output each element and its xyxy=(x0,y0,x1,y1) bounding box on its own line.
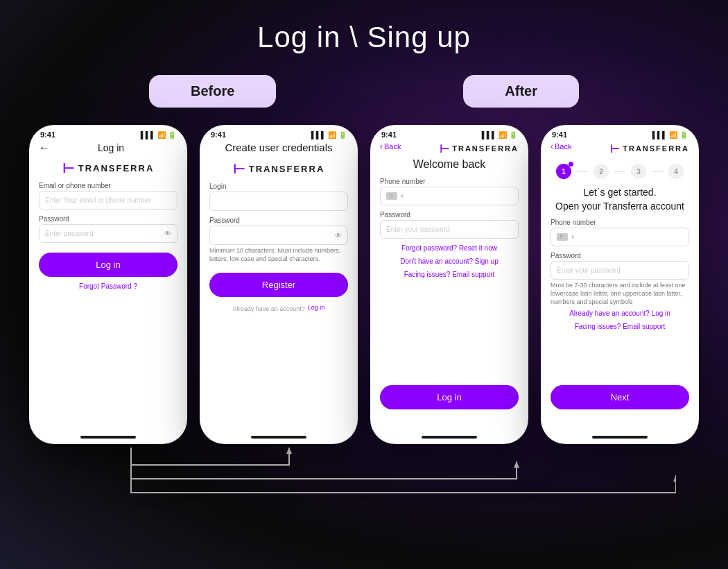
page-title: Log in \ Sing up xyxy=(0,0,728,54)
status-bar-2: 9:41 ▌▌▌ 📶 🔋 xyxy=(200,125,358,142)
logo-2: ⊢ TRANSFERRA xyxy=(209,160,348,177)
home-bar-1 xyxy=(80,436,136,439)
eye-icon-1: 👁 xyxy=(164,230,171,237)
get-started-title-4: Let`s get started. Open your Transferra … xyxy=(551,186,689,213)
login-input-2[interactable] xyxy=(209,192,348,211)
login-link-2[interactable]: Log in xyxy=(308,304,325,311)
logo-1: ⊢ TRANSFERRA xyxy=(39,160,177,176)
eye-icon-2: 👁 xyxy=(335,232,342,239)
screen-title-1: Log in xyxy=(55,142,177,153)
password-label-2: Password xyxy=(209,216,348,224)
back-arrow-1[interactable]: ← xyxy=(39,142,50,154)
support-link-3[interactable]: Facing issues? Email support xyxy=(380,271,519,278)
phone-label-4: Phone number xyxy=(551,219,689,226)
next-button-4[interactable]: Next xyxy=(551,385,689,409)
password-hint-2: Minimum 10 characters. Must include numb… xyxy=(209,247,348,263)
status-bar-4: 9:41 ▌▌▌ 📶 🔋 xyxy=(541,125,699,142)
login-button-3[interactable]: Log in xyxy=(380,385,519,409)
home-bar-4 xyxy=(592,436,648,439)
forgot-link-1[interactable]: Forgot Password ? xyxy=(39,282,177,290)
arrows-container xyxy=(52,444,676,482)
welcome-title-3: Welcome back xyxy=(380,158,519,171)
phone-2-register: 9:41 ▌▌▌ 📶 🔋 Create user credentials ⊢ T… xyxy=(200,125,358,444)
step-indicator-4: 1 2 3 4 xyxy=(551,164,689,179)
support-link-4[interactable]: Facing issues? Email support xyxy=(551,323,689,330)
already-link-4[interactable]: Already have an account? Log in xyxy=(551,309,689,317)
step-2: 2 xyxy=(593,164,609,179)
step-1: 1 xyxy=(556,164,571,179)
login-label-2: Login xyxy=(209,182,348,190)
phone-3-welcome: 9:41 ▌▌▌ 📶 🔋 ‹ Back ⊢ TRANSFERRA Welcome… xyxy=(370,125,528,444)
register-button-2[interactable]: Register xyxy=(209,273,348,297)
password-input-4[interactable]: Enter your password xyxy=(551,261,689,280)
password-input-3[interactable]: Enter your password xyxy=(380,220,519,239)
phone-input-3[interactable]: 🏳 + xyxy=(380,187,519,205)
already-text-2: Already have an account? xyxy=(233,305,305,312)
before-label: Before xyxy=(149,75,276,108)
status-bar-3: 9:41 ▌▌▌ 📶 🔋 xyxy=(370,125,528,142)
phone-label-3: Phone number xyxy=(380,178,519,185)
nav-header-4: ‹ Back ⊢ TRANSFERRA xyxy=(551,142,689,158)
status-bar-1: 9:41 ▌▌▌ 📶 🔋 xyxy=(29,125,187,142)
step-3: 3 xyxy=(631,164,646,179)
back-button-3[interactable]: ‹ Back xyxy=(380,142,401,151)
logo-3: ⊢ TRANSFERRA xyxy=(440,142,519,155)
phone-4-getstarted: 9:41 ▌▌▌ 📶 🔋 ‹ Back ⊢ TRANSFERRA 1 xyxy=(541,125,699,444)
after-label: After xyxy=(463,75,579,108)
password-input-2[interactable]: 👁 xyxy=(209,226,348,245)
home-bar-3 xyxy=(422,436,477,439)
signup-link-3[interactable]: Don't have an account? Sign up xyxy=(380,257,519,265)
password-input-1[interactable]: Enter password 👁 xyxy=(39,224,177,243)
back-button-4[interactable]: ‹ Back xyxy=(551,142,571,151)
screen-title-2: Create user credentials xyxy=(209,142,348,153)
phone-input-4[interactable]: 🏳 + xyxy=(551,228,689,246)
svg-marker-2 xyxy=(673,475,676,482)
nav-header-3: ‹ Back ⊢ TRANSFERRA xyxy=(380,142,519,158)
logo-4: ⊢ TRANSFERRA xyxy=(610,142,689,155)
phone-1-login: 9:41 ▌▌▌ 📶 🔋 ← Log in ⊢ TRANSFERRA Email… xyxy=(29,125,187,444)
email-label-1: Email or phone number xyxy=(39,182,177,189)
password-label-3: Password xyxy=(380,211,519,219)
password-label-4: Password xyxy=(551,252,689,260)
step-4: 4 xyxy=(668,164,684,179)
password-label-1: Password xyxy=(39,215,177,223)
login-button-1[interactable]: Log in xyxy=(39,253,177,277)
forgot-link-3[interactable]: Forgot password? Reset it now xyxy=(380,244,519,252)
password-hint-4: Must be 7-30 characters and include at l… xyxy=(551,282,689,306)
email-input-1[interactable]: Enter Your email or phone number xyxy=(39,191,177,210)
home-bar-2 xyxy=(251,436,306,439)
